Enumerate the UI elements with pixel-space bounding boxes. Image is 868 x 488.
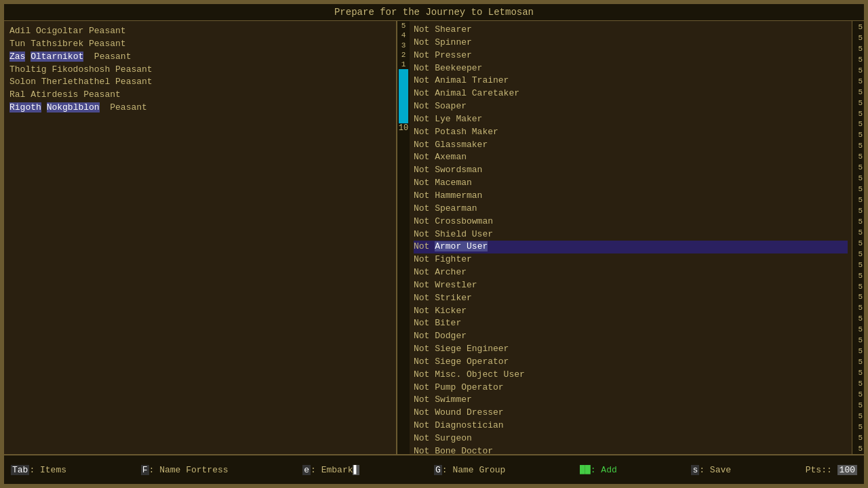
skill-number: 5 xyxy=(854,22,863,33)
unit-role: Peasant xyxy=(110,102,147,113)
tab-key[interactable]: Tab xyxy=(11,465,29,475)
f-label: Name Fortress xyxy=(159,465,228,475)
skill-row[interactable]: Not Hammerman xyxy=(414,190,848,203)
skill-number: 5 xyxy=(854,119,863,130)
skill-number: 5 xyxy=(854,195,863,206)
unit-row[interactable]: Tun Tathsibrek Peasant xyxy=(9,38,391,51)
skill-number: 5 xyxy=(854,87,863,98)
skill-row[interactable]: Not Armor User xyxy=(414,241,848,253)
skill-number: 5 xyxy=(854,368,863,379)
skill-row[interactable]: Not Shield User xyxy=(414,228,848,241)
pts-value: 100 xyxy=(837,465,857,475)
skill-row[interactable]: Not Spearman xyxy=(414,203,848,216)
unit-row[interactable]: Solon Therlethathel Peasant xyxy=(9,76,391,89)
skill-row[interactable]: Not Siege Engineer xyxy=(414,343,848,356)
skill-number: 5 xyxy=(854,401,863,411)
skill-number: 5 xyxy=(854,433,863,444)
skill-number: 5 xyxy=(854,44,863,55)
skill-row[interactable]: Not Potash Maker xyxy=(414,126,848,139)
skill-row[interactable]: Not Swordsman xyxy=(414,164,848,177)
skill-number: 5 xyxy=(854,174,863,184)
skill-number: 5 xyxy=(854,282,863,293)
g-command[interactable]: G: Name Group xyxy=(434,465,505,475)
skills-list: Not ShearerNot SpinnerNot PresserNot Bee… xyxy=(410,21,852,454)
skill-number: 5 xyxy=(854,184,863,195)
s-label: Save xyxy=(710,465,731,475)
bottom-bar: Tab: Items F: Name Fortress e: Embark▌ G… xyxy=(4,454,864,484)
skill-number: 5 xyxy=(854,249,863,260)
skill-number: 5 xyxy=(854,314,863,325)
pts-label: Pts: xyxy=(806,465,827,475)
skill-number: 5 xyxy=(854,379,863,390)
add-command[interactable]: ██: Add xyxy=(580,465,617,475)
e-label: Embark xyxy=(321,465,353,475)
skill-row[interactable]: Not Soaper xyxy=(414,100,848,113)
s-command[interactable]: s: Save xyxy=(691,465,731,475)
e-command[interactable]: e: Embark▌ xyxy=(302,465,359,475)
skill-row[interactable]: Not Archer xyxy=(414,266,848,279)
skill-number: 5 xyxy=(854,206,863,217)
skill-number: 5 xyxy=(854,325,863,336)
skill-number: 5 xyxy=(854,292,863,303)
unit-row[interactable]: Adil Ocigoltar Peasant xyxy=(9,25,391,38)
skill-row[interactable]: Not Surgeon xyxy=(414,432,848,445)
skill-row[interactable]: Not Glassmaker xyxy=(414,139,848,152)
embark-cursor: ▌ xyxy=(353,465,359,475)
skill-row[interactable]: Not Animal Caretaker xyxy=(414,87,848,100)
skill-row[interactable]: Not Lye Maker xyxy=(414,113,848,126)
main-content: Adil Ocigoltar PeasantTun Tathsibrek Pea… xyxy=(4,21,864,454)
skill-row[interactable]: Not Spinner xyxy=(414,37,848,49)
skill-row[interactable]: Not Diagnostician xyxy=(414,420,848,432)
unit-row[interactable]: Rigoth Nokgblblon Peasant xyxy=(9,102,391,115)
unit-row[interactable]: Tholtig Fikodoshosh Peasant xyxy=(9,64,391,77)
skill-number: 5 xyxy=(854,390,863,401)
skill-number: 5 xyxy=(854,239,863,249)
skill-row[interactable]: Not Biter xyxy=(414,317,848,330)
main-window: Prepare for the Journey to Letmosan Adil… xyxy=(0,0,868,488)
scroll-bar[interactable]: 54321 10 xyxy=(397,21,410,454)
skill-number: 5 xyxy=(854,357,863,368)
pts-display: Pts:: 100 xyxy=(806,465,857,475)
skill-row[interactable]: Not Presser xyxy=(414,49,848,62)
tab-command[interactable]: Tab: Items xyxy=(11,465,66,475)
skill-number: 5 xyxy=(854,336,863,346)
skill-row[interactable]: Not Animal Trainer xyxy=(414,75,848,87)
skill-number: 5 xyxy=(854,109,863,120)
skill-row[interactable]: Not Pump Operator xyxy=(414,382,848,394)
skill-row[interactable]: Not Maceman xyxy=(414,177,848,190)
skill-number: 5 xyxy=(854,55,863,66)
skill-number: 5 xyxy=(854,346,863,357)
skill-row[interactable]: Not Bone Doctor xyxy=(414,445,848,454)
skill-number: 5 xyxy=(854,130,863,141)
unit-row[interactable]: Ral Atirdesis Peasant xyxy=(9,89,391,102)
skill-number: 5 xyxy=(854,33,863,44)
skill-row[interactable]: Not Beekeeper xyxy=(414,62,848,75)
skill-row[interactable]: Not Axeman xyxy=(414,151,848,164)
skill-number: 5 xyxy=(854,422,863,433)
skill-row[interactable]: Not Wound Dresser xyxy=(414,407,848,420)
unit-row[interactable]: Zas Oltarnikot Peasant xyxy=(9,51,391,64)
skill-number: 5 xyxy=(854,66,863,77)
right-panel: Not ShearerNot SpinnerNot PresserNot Bee… xyxy=(410,21,864,454)
skill-row[interactable]: Not Shearer xyxy=(414,24,848,37)
skill-row[interactable]: Not Striker xyxy=(414,292,848,305)
skill-row[interactable]: Not Fighter xyxy=(414,253,848,266)
units-panel: Adil Ocigoltar PeasantTun Tathsibrek Pea… xyxy=(4,21,397,454)
skill-number: 5 xyxy=(854,152,863,163)
skill-row[interactable]: Not Swimmer xyxy=(414,394,848,407)
skill-row[interactable]: Not Crossbowman xyxy=(414,216,848,228)
skill-row[interactable]: Not Misc. Object User xyxy=(414,369,848,382)
e-key[interactable]: e xyxy=(302,465,311,475)
f-command[interactable]: F: Name Fortress xyxy=(141,465,229,475)
skill-number: 5 xyxy=(854,163,863,174)
f-key[interactable]: F xyxy=(141,465,149,475)
skill-number: 5 xyxy=(854,217,863,228)
window-title: Prepare for the Journey to Letmosan xyxy=(334,7,534,18)
skill-row[interactable]: Not Siege Operator xyxy=(414,356,848,369)
skill-row[interactable]: Not Kicker xyxy=(414,305,848,318)
g-key[interactable]: G xyxy=(434,465,442,475)
skill-numbers: 5555555555555555555555555555555555555555… xyxy=(852,21,864,454)
s-key[interactable]: s xyxy=(691,465,699,475)
skill-row[interactable]: Not Wrestler xyxy=(414,279,848,292)
skill-row[interactable]: Not Dodger xyxy=(414,330,848,343)
